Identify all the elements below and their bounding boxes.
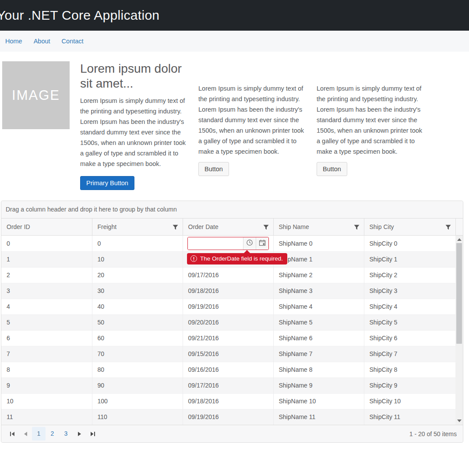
image-placeholder: IMAGE: [2, 61, 70, 129]
cell-order-date: 09/21/2016: [183, 330, 273, 346]
cell-order-id: 1: [1, 251, 92, 267]
cell-ship-city: ShipCity 2: [364, 267, 455, 283]
cell-ship-city: ShipCity 10: [364, 393, 455, 409]
table-row: 1010009/18/2016ShipName 10ShipCity 10: [1, 393, 455, 409]
order-date-input[interactable]: [188, 237, 243, 250]
main-nav: Home About Contact: [0, 31, 469, 52]
cell-freight: 60: [92, 330, 183, 346]
cell-ship-city: ShipCity 11: [364, 409, 455, 425]
previous-page-button[interactable]: [19, 427, 32, 441]
cell-order-id: 0: [1, 236, 92, 251]
grid-viewport: 00 ShipName 0ShipCity 0110ShipName 1Ship…: [1, 236, 463, 425]
tooltip-callout-arrow: [244, 250, 250, 253]
cell-freight: 110: [92, 409, 183, 425]
hero-section: IMAGE Lorem ipsum dolor sit amet... Lore…: [2, 61, 469, 190]
grid-header: Order ID Freight Order Date Ship Name Sh…: [1, 219, 463, 236]
table-row: 66009/21/2016ShipName 6ShipCity 6: [1, 330, 455, 346]
column-header-freight[interactable]: Freight: [92, 219, 183, 235]
nav-item-contact[interactable]: Contact: [62, 38, 84, 45]
cell-ship-city: ShipCity 6: [364, 330, 455, 346]
cell-order-id: 10: [1, 393, 92, 409]
column-header-ship-name[interactable]: Ship Name: [273, 219, 364, 235]
orders-grid: Drag a column header and drop it here to…: [1, 201, 463, 443]
cell-order-date: 09/18/2016: [183, 393, 273, 409]
time-picker-button[interactable]: [243, 237, 256, 250]
warning-icon: !: [190, 255, 197, 262]
page-button-2[interactable]: 2: [46, 427, 59, 441]
nav-item-about[interactable]: About: [34, 38, 50, 45]
scroll-up-icon[interactable]: [457, 238, 462, 241]
table-row: 44009/19/2016ShipName 4ShipCity 4: [1, 299, 455, 314]
table-row: 00 ShipName 0ShipCity 0: [1, 236, 455, 251]
filter-icon[interactable]: [354, 224, 360, 231]
app-header: Your .NET Core Application: [0, 0, 469, 31]
cell-order-id: 3: [1, 283, 92, 299]
cell-ship-city: ShipCity 9: [364, 377, 455, 393]
hero-paragraph: Lorem Ipsum is simply dummy text of the …: [198, 83, 307, 157]
filter-icon[interactable]: [263, 224, 269, 231]
column-header-ship-city[interactable]: Ship City: [364, 219, 455, 235]
cell-order-date[interactable]: [183, 236, 273, 251]
cell-freight: 40: [92, 299, 183, 314]
cell-ship-name: ShipName 9: [273, 377, 364, 393]
cell-ship-city: ShipCity 3: [364, 283, 455, 299]
clock-icon: [246, 239, 253, 247]
cell-order-date: 09/19/2016: [183, 299, 273, 314]
cell-freight: 50: [92, 314, 183, 330]
first-page-button[interactable]: [6, 427, 19, 441]
hero-column-2: Lorem Ipsum is simply dummy text of the …: [198, 61, 307, 190]
filter-icon[interactable]: [173, 224, 178, 231]
grid-group-drop-area[interactable]: Drag a column header and drop it here to…: [1, 201, 463, 219]
column-title: Ship Name: [279, 223, 309, 230]
secondary-button[interactable]: Button: [198, 162, 229, 176]
column-header-order-date[interactable]: Order Date: [183, 219, 273, 235]
cell-ship-city: ShipCity 0: [364, 236, 455, 251]
cell-freight: 0: [92, 236, 183, 251]
validation-message: The OrderDate field is required.: [200, 255, 283, 262]
primary-button[interactable]: Primary Button: [80, 176, 134, 190]
last-page-button[interactable]: [86, 427, 99, 441]
cell-order-date: 09/17/2016: [183, 267, 273, 283]
hero-column-3: Lorem Ipsum is simply dummy text of the …: [317, 61, 425, 190]
cell-freight: 10: [92, 251, 183, 267]
cell-ship-city: ShipCity 5: [364, 314, 455, 330]
cell-ship-name: ShipName 4: [273, 299, 364, 314]
secondary-button[interactable]: Button: [317, 162, 347, 176]
cell-freight: 80: [92, 362, 183, 377]
cell-ship-name: ShipName 3: [273, 283, 364, 299]
page-button-3[interactable]: 3: [59, 427, 73, 441]
cell-ship-name: ShipName 0: [273, 236, 364, 251]
hero-paragraph: Lorem Ipsum is simply dummy text of the …: [317, 83, 425, 157]
cell-ship-name: ShipName 10: [273, 393, 364, 409]
cell-order-id: 11: [1, 409, 92, 425]
order-date-editor[interactable]: [187, 237, 269, 250]
table-row: 77009/15/2016ShipName 7ShipCity 7: [1, 346, 455, 362]
cell-order-date: 09/19/2016: [183, 409, 273, 425]
hero-paragraph: Lorem Ipsum is simply dummy text of the …: [80, 95, 190, 169]
cell-order-date: 09/20/2016: [183, 314, 273, 330]
cell-order-id: 9: [1, 377, 92, 393]
cell-order-id: 7: [1, 346, 92, 362]
table-row: 99009/17/2016ShipName 9ShipCity 9: [1, 377, 455, 393]
cell-ship-city: ShipCity 1: [364, 251, 455, 267]
vertical-scrollbar[interactable]: [455, 236, 463, 425]
date-picker-button[interactable]: [256, 237, 268, 250]
hero-column-1: Lorem ipsum dolor sit amet... Lorem Ipsu…: [80, 61, 190, 190]
cell-order-id: 8: [1, 362, 92, 377]
next-page-button[interactable]: [73, 427, 86, 441]
page: Your .NET Core Application Home About Co…: [0, 0, 469, 476]
cell-order-date: 09/15/2016: [183, 346, 273, 362]
cell-order-id: 6: [1, 330, 92, 346]
nav-item-home[interactable]: Home: [5, 38, 22, 45]
filter-icon[interactable]: [445, 224, 451, 231]
grid-pager: 1 2 3 1 - 20 of 50 items: [1, 425, 463, 442]
page-button-1[interactable]: 1: [32, 427, 46, 441]
table-row: 1111009/19/2016ShipName 11ShipCity 11: [1, 409, 455, 425]
column-header-order-id[interactable]: Order ID: [1, 219, 92, 235]
scrollbar-thumb[interactable]: [456, 243, 462, 344]
scroll-down-icon[interactable]: [457, 420, 462, 422]
column-title: Order ID: [7, 223, 30, 230]
pager-info: 1 - 20 of 50 items: [409, 430, 458, 437]
cell-freight: 30: [92, 283, 183, 299]
cell-order-id: 5: [1, 314, 92, 330]
